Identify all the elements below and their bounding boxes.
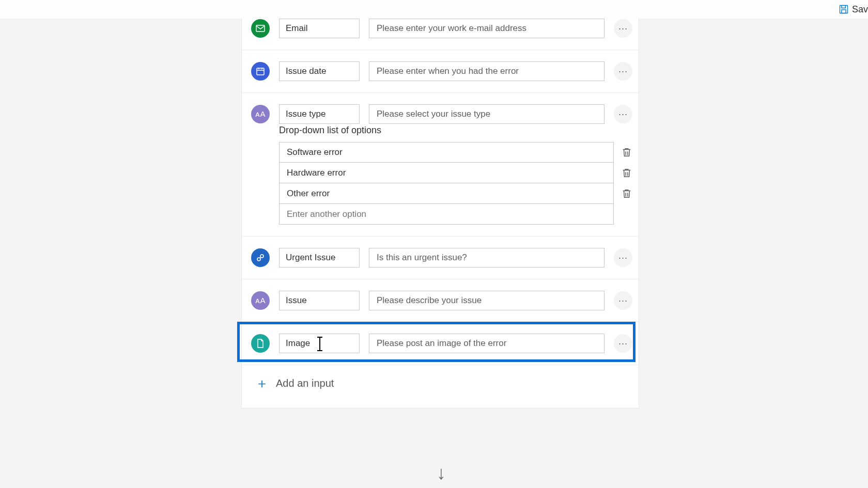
- more-button[interactable]: ···: [614, 19, 632, 38]
- add-input-button[interactable]: ＋ Add an input: [242, 365, 639, 392]
- svg-rect-2: [256, 25, 265, 32]
- more-button[interactable]: ···: [614, 334, 632, 353]
- calendar-icon: [251, 62, 270, 81]
- svg-rect-1: [842, 10, 846, 13]
- text-icon: ᴀA: [251, 105, 270, 123]
- option-input[interactable]: [279, 183, 614, 204]
- more-button[interactable]: ···: [614, 62, 632, 81]
- add-input-label: Add an input: [276, 377, 334, 389]
- input-row-type: ᴀA ···: [242, 93, 639, 131]
- option-input[interactable]: [279, 142, 614, 163]
- svg-rect-3: [257, 68, 264, 75]
- field-desc-input[interactable]: [369, 61, 605, 81]
- trash-icon[interactable]: [621, 147, 632, 158]
- form-card: ··· ··· ᴀA ··· Drop-down list of options: [241, 19, 639, 408]
- trash-icon[interactable]: [621, 188, 632, 199]
- more-button[interactable]: ···: [614, 248, 632, 267]
- trash-icon[interactable]: [621, 167, 632, 179]
- svg-rect-0: [840, 6, 847, 13]
- save-icon: [839, 4, 849, 14]
- dropdown-options-block: Drop-down list of options: [242, 125, 639, 237]
- save-label: Sav: [852, 4, 868, 15]
- field-desc-input[interactable]: [369, 334, 605, 353]
- field-name-input[interactable]: [279, 291, 360, 310]
- input-row-urgent: ···: [242, 237, 639, 279]
- option-row: [279, 204, 632, 225]
- field-desc-input[interactable]: [369, 291, 605, 310]
- field-name-input[interactable]: [279, 61, 360, 81]
- option-input-new[interactable]: [279, 204, 614, 225]
- input-row-date: ···: [242, 50, 639, 93]
- field-desc-input[interactable]: [369, 248, 605, 267]
- flow-arrow-icon: ↓: [437, 462, 446, 484]
- field-name-input[interactable]: [279, 104, 360, 124]
- field-name-input[interactable]: [279, 334, 360, 353]
- field-desc-input[interactable]: [369, 104, 605, 124]
- option-row: [279, 163, 632, 183]
- plus-icon: ＋: [255, 374, 269, 392]
- field-desc-input[interactable]: [369, 19, 605, 38]
- field-name-input[interactable]: [279, 248, 360, 267]
- more-button[interactable]: ···: [614, 105, 632, 123]
- link-icon: [251, 248, 270, 267]
- option-row: [279, 142, 632, 163]
- field-name-input[interactable]: [279, 19, 360, 38]
- save-button[interactable]: Sav: [834, 2, 868, 17]
- top-toolbar: Sav: [0, 0, 868, 19]
- input-row-email: ···: [242, 19, 639, 50]
- input-row-image: ···: [242, 322, 639, 365]
- mail-icon: [251, 19, 270, 38]
- text-icon: ᴀA: [251, 291, 270, 310]
- document-icon: [251, 334, 270, 353]
- more-button[interactable]: ···: [614, 291, 632, 310]
- option-input[interactable]: [279, 163, 614, 183]
- option-row: [279, 183, 632, 204]
- input-row-issue: ᴀA ···: [242, 279, 639, 322]
